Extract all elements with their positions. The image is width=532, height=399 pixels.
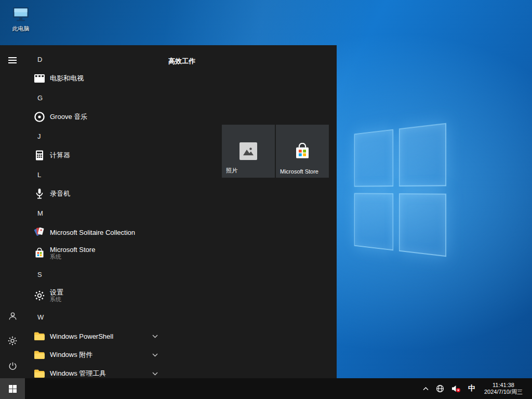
settings-button[interactable] — [0, 328, 25, 353]
this-pc-icon — [11, 6, 30, 22]
section-letter-D[interactable]: D — [25, 49, 168, 69]
folder-icon — [33, 367, 46, 378]
app-item-label: 录音机 — [50, 189, 70, 198]
app-item-label: Groove 音乐 — [50, 112, 87, 122]
app-folder-windows-accessories[interactable]: Windows 附件 — [25, 345, 168, 364]
app-item-subtitle: 系统 — [50, 296, 63, 303]
photos-icon — [240, 142, 257, 160]
app-item-settings[interactable]: 设置 系统 — [25, 284, 168, 307]
clock-time: 11:41:38 — [493, 382, 514, 389]
tile-photos[interactable]: 照片 — [222, 125, 275, 178]
desktop-icon-this-pc[interactable]: 此电脑 — [5, 6, 36, 33]
section-letter-M[interactable]: M — [25, 203, 168, 223]
tile-label: Microsoft Store — [280, 168, 318, 175]
chevron-down-icon[interactable] — [152, 335, 158, 338]
app-item-text: Microsoft Store 系统 — [50, 246, 95, 260]
voice-recorder-icon — [33, 188, 46, 200]
start-menu-tiles-region: 高效工作 照片 Microsoft S — [168, 45, 337, 378]
ime-indicator[interactable]: 中 — [464, 378, 479, 399]
section-letter-L[interactable]: L — [25, 165, 168, 184]
clock-date: 2024/7/10/周三 — [484, 389, 523, 395]
power-button[interactable] — [0, 353, 25, 378]
user-icon — [8, 312, 17, 321]
app-item-label: Windows 附件 — [50, 350, 92, 360]
calculator-icon — [33, 149, 46, 162]
taskbar: 中 11:41:38 2024/7/10/周三 — [0, 378, 532, 399]
app-folder-windows-powershell[interactable]: Windows PowerShell — [25, 327, 168, 345]
chevron-down-icon[interactable] — [152, 372, 158, 376]
section-letter-S[interactable]: S — [25, 264, 168, 284]
chevron-up-icon — [423, 387, 429, 391]
app-item-microsoft-store[interactable]: Microsoft Store 系统 — [25, 242, 168, 264]
folder-icon — [33, 330, 46, 342]
app-item-text: 设置 系统 — [50, 288, 63, 303]
start-button[interactable] — [0, 378, 25, 399]
logo-pane — [399, 123, 446, 187]
network-button[interactable] — [432, 378, 448, 399]
gear-icon — [8, 336, 17, 345]
app-folder-windows-admin-tools[interactable]: Windows 管理工具 — [25, 364, 168, 378]
logo-pane — [354, 129, 394, 187]
folder-icon — [33, 349, 46, 361]
groove-music-icon — [33, 111, 46, 123]
section-letter-J[interactable]: J — [25, 126, 168, 146]
section-letter-W[interactable]: W — [25, 307, 168, 327]
start-menu: D 电影和电视 G Groove 音乐 J — [0, 45, 337, 378]
app-item-groove-music[interactable]: Groove 音乐 — [25, 108, 168, 126]
solitaire-icon — [33, 226, 46, 238]
store-icon — [294, 143, 311, 159]
logo-pane — [399, 193, 446, 257]
store-icon — [33, 247, 46, 259]
chevron-down-icon[interactable] — [152, 353, 158, 357]
tray-overflow-button[interactable] — [419, 378, 432, 399]
tile-group-header[interactable]: 高效工作 — [168, 57, 195, 66]
app-item-label: Windows PowerShell — [50, 332, 113, 340]
app-item-label: 电影和电视 — [50, 74, 84, 83]
tile-label: 照片 — [226, 167, 237, 175]
volume-button[interactable] — [448, 378, 464, 399]
app-item-label: Windows 管理工具 — [50, 369, 106, 378]
app-item-movies-tv[interactable]: 电影和电视 — [25, 69, 168, 88]
taskbar-clock[interactable]: 11:41:38 2024/7/10/周三 — [479, 378, 528, 399]
app-item-calculator[interactable]: 计算器 — [25, 146, 168, 165]
system-tray: 中 11:41:38 2024/7/10/周三 — [419, 378, 532, 399]
network-globe-icon — [436, 384, 444, 393]
start-menu-rail — [0, 45, 25, 378]
volume-muted-icon — [451, 384, 461, 393]
user-account-button[interactable] — [0, 303, 25, 328]
expand-menu-button[interactable] — [0, 48, 25, 73]
tile-microsoft-store[interactable]: Microsoft Store — [276, 125, 329, 178]
power-icon — [8, 362, 17, 370]
logo-pane — [354, 193, 394, 250]
app-item-label: 计算器 — [50, 151, 70, 160]
desktop-icon-label: 此电脑 — [5, 25, 36, 33]
app-item-label: 设置 — [50, 288, 63, 296]
app-item-subtitle: 系统 — [50, 254, 95, 260]
hamburger-icon — [8, 57, 17, 63]
section-letter-G[interactable]: G — [25, 88, 168, 108]
app-item-label: Microsoft Solitaire Collection — [50, 229, 135, 236]
movies-tv-icon — [33, 72, 46, 85]
app-item-label: Microsoft Store — [50, 246, 95, 254]
wallpaper-windows-logo — [354, 123, 446, 257]
start-menu-app-list: D 电影和电视 G Groove 音乐 J — [25, 45, 168, 378]
gear-icon — [33, 289, 46, 302]
app-item-solitaire[interactable]: Microsoft Solitaire Collection — [25, 223, 168, 242]
app-item-voice-recorder[interactable]: 录音机 — [25, 184, 168, 203]
windows-logo-icon — [9, 385, 17, 393]
